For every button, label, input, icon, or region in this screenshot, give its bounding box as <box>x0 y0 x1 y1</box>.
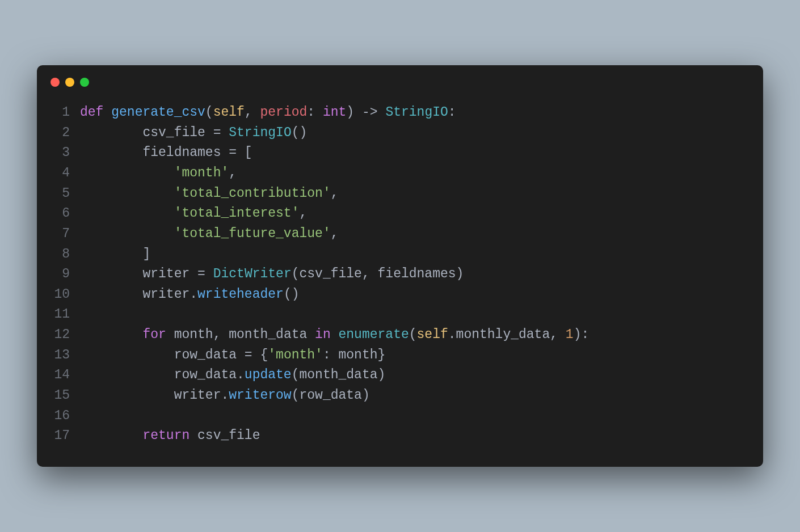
code-token: = <box>197 267 205 281</box>
code-token: row_data <box>80 348 245 362</box>
code-token <box>80 166 174 180</box>
code-line[interactable]: 17 return csv_file <box>53 426 747 446</box>
code-token: in <box>315 327 331 342</box>
code-line[interactable]: 15 writer.writerow(row_data) <box>53 386 747 406</box>
code-token: 'total_contribution' <box>174 186 331 201</box>
code-token: 'month' <box>268 348 323 362</box>
code-token: (csv_file, fieldnames) <box>292 267 464 281</box>
code-content[interactable] <box>80 305 747 325</box>
code-token: = <box>213 125 221 140</box>
code-content[interactable]: 'total_future_value', <box>80 224 747 244</box>
code-token: writeheader <box>197 287 284 302</box>
code-token: , <box>229 166 237 180</box>
code-content[interactable]: return csv_file <box>80 426 747 446</box>
code-token: ) -> <box>346 105 385 120</box>
code-line[interactable]: 14 row_data.update(month_data) <box>53 365 747 386</box>
minimize-icon[interactable] <box>65 78 74 87</box>
code-token: () <box>284 287 300 302</box>
code-token: ): <box>574 327 590 342</box>
code-token: self <box>417 327 448 342</box>
line-number: 7 <box>53 224 80 244</box>
code-content[interactable]: writer.writerow(row_data) <box>80 386 747 406</box>
code-token: 'total_future_value' <box>174 226 331 241</box>
code-token: : <box>448 105 456 120</box>
code-token: for <box>142 327 166 342</box>
code-token: [ <box>237 145 252 160</box>
code-token: { <box>252 348 268 362</box>
code-token: int <box>323 105 346 120</box>
code-line[interactable]: 4 'month', <box>53 163 747 184</box>
code-line[interactable]: 13 row_data = {'month': month} <box>53 345 747 366</box>
code-token: DictWriter <box>213 267 292 281</box>
code-line[interactable]: 10 writer.writeheader() <box>53 285 747 305</box>
line-number: 5 <box>53 184 80 204</box>
line-number: 14 <box>53 365 80 386</box>
line-number: 13 <box>53 345 80 366</box>
line-number: 15 <box>53 386 80 406</box>
line-number: 2 <box>53 123 80 143</box>
line-number: 11 <box>53 305 80 325</box>
code-token: , <box>245 105 260 120</box>
code-token: StringIO <box>229 125 291 140</box>
code-content[interactable]: ] <box>80 244 747 265</box>
code-line[interactable]: 12 for month, month_data in enumerate(se… <box>53 325 747 345</box>
code-token: def <box>80 105 111 120</box>
code-token: csv_file <box>190 428 260 443</box>
line-number: 17 <box>53 426 80 446</box>
code-editor[interactable]: 1def generate_csv(self, period: int) -> … <box>37 92 763 467</box>
code-line[interactable]: 6 'total_interest', <box>53 204 747 224</box>
line-number: 3 <box>53 143 80 163</box>
code-token: .monthly_data, <box>448 327 566 342</box>
code-token <box>331 327 339 342</box>
code-content[interactable]: writer = DictWriter(csv_file, fieldnames… <box>80 264 747 285</box>
code-token: ] <box>80 247 150 261</box>
code-token: period <box>260 105 308 120</box>
code-token: : month} <box>323 348 385 362</box>
code-line[interactable]: 9 writer = DictWriter(csv_file, fieldnam… <box>53 264 747 285</box>
code-line[interactable]: 5 'total_contribution', <box>53 184 747 204</box>
code-token: = <box>229 145 237 160</box>
zoom-icon[interactable] <box>80 78 89 87</box>
code-line[interactable]: 7 'total_future_value', <box>53 224 747 244</box>
code-token: row_data. <box>80 368 245 382</box>
code-token <box>205 267 213 281</box>
code-content[interactable]: writer.writeheader() <box>80 285 747 305</box>
code-content[interactable]: fieldnames = [ <box>80 143 747 163</box>
code-content[interactable]: csv_file = StringIO() <box>80 123 747 143</box>
code-content[interactable]: row_data = {'month': month} <box>80 345 747 366</box>
line-number: 9 <box>53 264 80 285</box>
code-token: (month_data) <box>292 368 386 382</box>
code-token: StringIO <box>385 105 448 120</box>
code-token: () <box>292 125 308 140</box>
code-token <box>221 125 229 140</box>
code-line[interactable]: 2 csv_file = StringIO() <box>53 123 747 143</box>
code-content[interactable]: 'total_contribution', <box>80 184 747 204</box>
code-token: generate_csv <box>111 105 205 120</box>
code-line[interactable]: 1def generate_csv(self, period: int) -> … <box>53 103 747 123</box>
code-token: , <box>299 206 307 221</box>
code-content[interactable]: 'total_interest', <box>80 204 747 224</box>
code-token: csv_file <box>80 125 213 140</box>
code-token: update <box>245 368 292 382</box>
code-content[interactable]: 'month', <box>80 163 747 184</box>
code-line[interactable]: 8 ] <box>53 244 747 265</box>
code-token <box>80 327 142 342</box>
code-content[interactable]: def generate_csv(self, period: int) -> S… <box>80 103 747 123</box>
code-content[interactable]: for month, month_data in enumerate(self.… <box>80 325 747 345</box>
code-line[interactable]: 3 fieldnames = [ <box>53 143 747 163</box>
line-number: 12 <box>53 325 80 345</box>
code-line[interactable]: 16 <box>53 406 747 427</box>
code-token: ( <box>205 105 213 120</box>
code-content[interactable] <box>80 406 747 427</box>
code-line[interactable]: 11 <box>53 305 747 325</box>
code-token: = <box>245 348 252 362</box>
code-token: enumerate <box>339 327 409 342</box>
code-window: 1def generate_csv(self, period: int) -> … <box>37 65 763 467</box>
code-token: fieldnames <box>80 145 229 160</box>
code-token: writer. <box>80 388 229 403</box>
code-token: 'total_interest' <box>174 206 300 221</box>
line-number: 1 <box>53 103 80 123</box>
close-icon[interactable] <box>50 78 60 87</box>
code-token <box>80 226 174 241</box>
code-content[interactable]: row_data.update(month_data) <box>80 365 747 386</box>
